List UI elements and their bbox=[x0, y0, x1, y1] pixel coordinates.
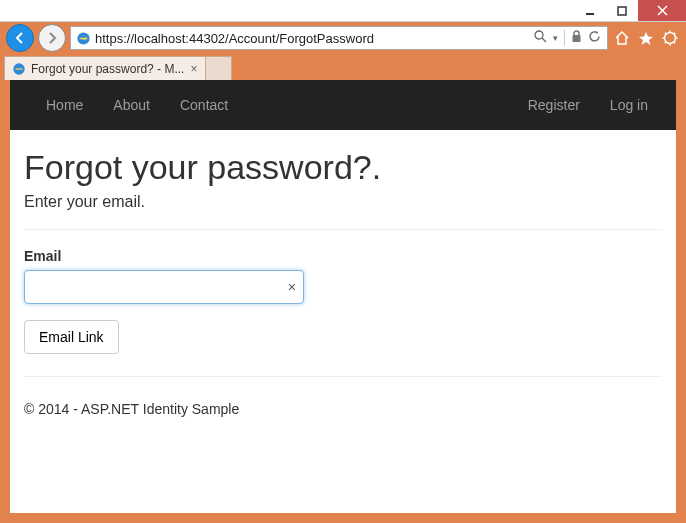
forward-button[interactable] bbox=[38, 24, 66, 52]
svg-rect-7 bbox=[573, 35, 581, 42]
nav-home[interactable]: Home bbox=[46, 97, 83, 113]
close-button[interactable] bbox=[638, 0, 686, 21]
new-tab-button[interactable] bbox=[206, 56, 232, 80]
tab-strip: Forgot your password? - M... × bbox=[0, 54, 686, 80]
browser-tab[interactable]: Forgot your password? - M... × bbox=[4, 56, 206, 80]
svg-line-15 bbox=[665, 42, 666, 43]
page-title: Forgot your password?. bbox=[24, 148, 662, 187]
back-button[interactable] bbox=[6, 24, 34, 52]
nav-contact[interactable]: Contact bbox=[180, 97, 228, 113]
nav-login[interactable]: Log in bbox=[610, 97, 648, 113]
svg-point-5 bbox=[535, 31, 543, 39]
address-bar[interactable]: https://localhost:44302/Account/ForgotPa… bbox=[70, 26, 608, 50]
ie-icon bbox=[75, 30, 91, 46]
page-footer: © 2014 - ASP.NET Identity Sample bbox=[24, 401, 662, 417]
nav-about[interactable]: About bbox=[113, 97, 150, 113]
tab-title: Forgot your password? - M... bbox=[31, 62, 184, 76]
address-bar-controls: ▾ bbox=[534, 30, 603, 46]
favorites-icon[interactable] bbox=[636, 28, 656, 48]
tools-icon[interactable] bbox=[660, 28, 680, 48]
email-label: Email bbox=[24, 248, 662, 264]
minimize-button[interactable] bbox=[574, 0, 606, 21]
clear-input-icon[interactable]: × bbox=[288, 279, 296, 295]
email-link-button[interactable]: Email Link bbox=[24, 320, 119, 354]
tab-close-icon[interactable]: × bbox=[188, 62, 199, 76]
dropdown-icon[interactable]: ▾ bbox=[553, 33, 558, 43]
divider bbox=[24, 229, 662, 230]
svg-line-13 bbox=[665, 33, 666, 34]
url-text: https://localhost:44302/Account/ForgotPa… bbox=[95, 31, 530, 46]
divider bbox=[24, 376, 662, 377]
page-subtitle: Enter your email. bbox=[24, 193, 662, 211]
refresh-icon[interactable] bbox=[588, 30, 601, 46]
page-content: Home About Contact Register Log in Forgo… bbox=[10, 80, 676, 513]
window-titlebar bbox=[0, 0, 686, 22]
svg-line-6 bbox=[542, 38, 546, 42]
home-icon[interactable] bbox=[612, 28, 632, 48]
lock-icon[interactable] bbox=[571, 30, 582, 46]
browser-toolbar: https://localhost:44302/Account/ForgotPa… bbox=[0, 22, 686, 54]
nav-register[interactable]: Register bbox=[528, 97, 580, 113]
maximize-button[interactable] bbox=[606, 0, 638, 21]
site-navbar: Home About Contact Register Log in bbox=[10, 80, 676, 130]
email-field[interactable] bbox=[24, 270, 304, 304]
svg-rect-0 bbox=[586, 13, 594, 15]
svg-line-16 bbox=[674, 33, 675, 34]
svg-line-14 bbox=[674, 42, 675, 43]
svg-rect-1 bbox=[618, 7, 626, 15]
search-icon[interactable] bbox=[534, 30, 547, 46]
ie-icon bbox=[11, 61, 27, 77]
